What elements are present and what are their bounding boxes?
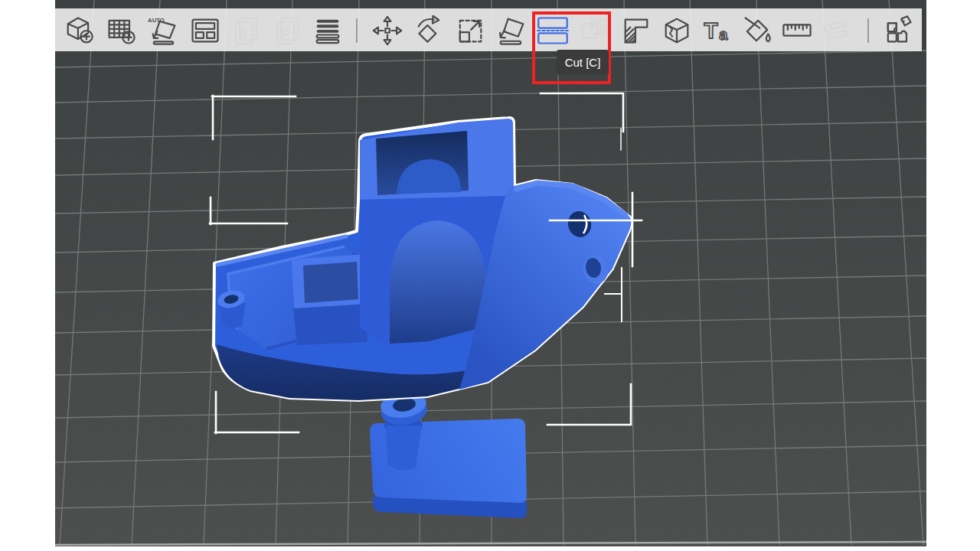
layers-button[interactable] <box>311 14 345 47</box>
assembly-button[interactable] <box>819 14 853 47</box>
toolbar-separator <box>867 18 869 43</box>
scene-canvas <box>55 0 926 546</box>
color-paint-button[interactable] <box>740 14 774 47</box>
mesh-boolean-button[interactable] <box>577 14 611 47</box>
scale-button[interactable] <box>453 14 487 47</box>
move-button[interactable] <box>371 14 404 47</box>
auto-orient-button[interactable]: AUTO <box>147 14 181 47</box>
text-glyph-sub: a <box>719 26 728 43</box>
arrange-button[interactable] <box>188 14 222 47</box>
add-object-button[interactable] <box>62 14 96 47</box>
object-toolbar: AUTO 0 P <box>55 8 922 51</box>
rotate-button[interactable] <box>412 14 446 47</box>
text-tool-button[interactable]: T a <box>701 14 734 47</box>
split-button[interactable] <box>881 14 915 47</box>
pages-o-button[interactable]: 0 <box>230 14 263 47</box>
seam-paint-button[interactable] <box>660 14 694 47</box>
cut-tooltip: Cut [C] <box>557 50 609 75</box>
pages-p-glyph: P <box>282 27 290 41</box>
benchy-arch-doorway <box>390 220 487 344</box>
benchy-deck-box-window <box>303 262 358 303</box>
model-benchy[interactable] <box>214 118 632 400</box>
model-plate-part[interactable] <box>370 389 527 518</box>
plate-front-edge <box>55 542 926 545</box>
lay-on-face-button[interactable] <box>495 14 528 47</box>
pages-p-button[interactable]: P <box>271 14 305 47</box>
support-paint-button[interactable] <box>619 14 653 47</box>
toolbar-separator <box>356 18 358 43</box>
text-glyph-main: T <box>704 18 717 43</box>
add-plate-button[interactable] <box>104 14 138 47</box>
slicer-app-window: AUTO 0 P <box>0 0 980 551</box>
measure-button[interactable] <box>780 14 814 47</box>
3d-viewport[interactable] <box>55 0 926 546</box>
benchy-deck-box-side <box>293 303 368 345</box>
pages-o-glyph: 0 <box>240 27 247 41</box>
cut-button[interactable] <box>536 14 570 47</box>
